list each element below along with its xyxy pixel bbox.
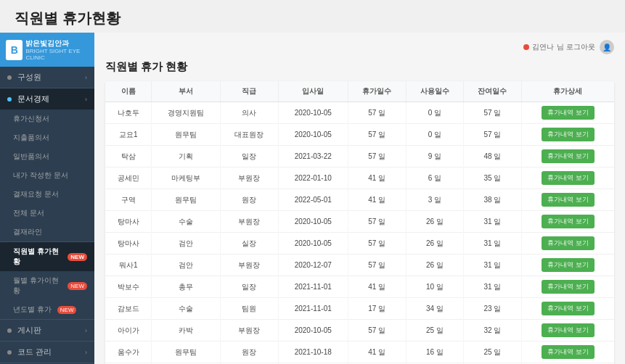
sidebar-sub-myDocs[interactable]: 내가 작성한 문서 bbox=[0, 166, 94, 185]
table-cell: 6 일 bbox=[406, 167, 464, 189]
table-cell: 57 일 bbox=[348, 102, 406, 124]
table-row: 박보수총무일장2021-11-0141 일10 일31 일휴가내역 보기 bbox=[105, 276, 614, 298]
table-cell: 나호두 bbox=[105, 102, 152, 124]
col-join-date: 입사일 bbox=[278, 81, 348, 102]
sidebar-sub-allDocs[interactable]: 전체 문서 bbox=[0, 204, 94, 223]
detail-button[interactable]: 휴가내역 보기 bbox=[542, 345, 595, 359]
table-cell: 휴가내역 보기 bbox=[521, 124, 614, 146]
table-cell: 41 일 bbox=[348, 189, 406, 211]
table-cell: 휴가내역 보기 bbox=[521, 189, 614, 211]
table-cell: 아이가 bbox=[105, 320, 152, 342]
user-status-dot bbox=[523, 44, 529, 50]
table-cell: 휴가내역 보기 bbox=[521, 146, 614, 167]
sidebar-item-employee-vacation[interactable]: 직원별 휴가현황 NEW bbox=[0, 242, 94, 271]
table-cell: 0 일 bbox=[406, 124, 464, 146]
sidebar-sub-approvalLine[interactable]: 결재라인 bbox=[0, 223, 94, 241]
table-cell: 기획 bbox=[152, 146, 221, 167]
detail-button[interactable]: 휴가내역 보기 bbox=[542, 323, 595, 337]
sidebar-item-code[interactable]: 코드 관리 › bbox=[0, 342, 94, 363]
user-avatar[interactable]: 👤 bbox=[600, 40, 614, 54]
table-cell: 26 일 bbox=[406, 233, 464, 255]
table-cell: 2020-12-07 bbox=[278, 255, 348, 276]
table-row: 탕마사수술부원장2020-10-0557 일26 일31 일휴가내역 보기 bbox=[105, 211, 614, 233]
col-total-days: 휴가일수 bbox=[348, 81, 406, 102]
table-cell: 2021-10-18 bbox=[278, 342, 348, 363]
sidebar-item-monthly-vacation[interactable]: 월별 휴가이현황 NEW bbox=[0, 271, 94, 300]
code-icon bbox=[7, 350, 12, 355]
sidebar-item-yearly-vacation[interactable]: 년도별 휴가 NEW bbox=[0, 300, 94, 319]
table-cell: 원무팀 bbox=[152, 342, 221, 363]
table-cell: 움수가 bbox=[105, 342, 152, 363]
table-cell: 팀원 bbox=[220, 298, 278, 320]
table-cell: 뭐사1 bbox=[105, 255, 152, 276]
table-row: 탁삼기획일장2021-03-2257 일9 일48 일휴가내역 보기 bbox=[105, 146, 614, 167]
page-wrapper: 직원별 휴가현황 B 밝은빛김안과 BRIGHT SIGHT EYE CLINI… bbox=[0, 0, 625, 364]
detail-button[interactable]: 휴가내역 보기 bbox=[542, 171, 595, 185]
table-header-row: 이름 부서 직급 입사일 휴가일수 사용일수 잔여일수 휴가상세 bbox=[105, 81, 614, 102]
table-cell: 57 일 bbox=[348, 320, 406, 342]
table-cell: 0 일 bbox=[406, 102, 464, 124]
table-cell: 41 일 bbox=[348, 342, 406, 363]
detail-button[interactable]: 휴가내역 보기 bbox=[542, 215, 595, 228]
table-cell: 감보드 bbox=[105, 298, 152, 320]
table-cell: 57 일 bbox=[348, 255, 406, 276]
sidebar-sub-pendingDocs[interactable]: 결재요청 문서 bbox=[0, 185, 94, 204]
table-cell: 실장 bbox=[220, 233, 278, 255]
user-name: 김연나 bbox=[532, 42, 554, 52]
table-cell: 25 일 bbox=[406, 320, 464, 342]
employee-vacation-badge: NEW bbox=[68, 253, 87, 261]
sidebar-sub-general[interactable]: 일반품의서 bbox=[0, 147, 94, 166]
page-title: 직원별 휴가현황 bbox=[15, 9, 610, 28]
sidebar-item-docs[interactable]: 문서경제 › bbox=[0, 88, 94, 109]
yearly-vacation-badge: NEW bbox=[57, 306, 77, 314]
table-cell: 부원장 bbox=[220, 255, 278, 276]
table-cell: 탁삼 bbox=[105, 146, 152, 167]
detail-button[interactable]: 휴가내역 보기 bbox=[542, 193, 595, 207]
table-cell: 2022-01-10 bbox=[278, 167, 348, 189]
yearly-vacation-label: 년도별 휴가 bbox=[13, 305, 52, 315]
detail-button[interactable]: 휴가내역 보기 bbox=[542, 106, 595, 120]
table-cell: 57 일 bbox=[464, 102, 522, 124]
table-cell: 부원장 bbox=[220, 167, 278, 189]
monthly-vacation-label: 월별 휴가이현황 bbox=[13, 276, 62, 296]
code-label: 코드 관리 bbox=[17, 347, 52, 357]
detail-button[interactable]: 휴가내역 보기 bbox=[542, 280, 595, 294]
table-cell: 일장 bbox=[220, 276, 278, 298]
table-cell: 휴가내역 보기 bbox=[521, 167, 614, 189]
sidebar-member-label: 구성원 bbox=[17, 72, 41, 83]
table-cell: 수술 bbox=[152, 298, 221, 320]
table-cell: 2021-11-01 bbox=[278, 276, 348, 298]
main-layout: B 밝은빛김안과 BRIGHT SIGHT EYE CLINIC 구성원 › bbox=[0, 33, 625, 364]
sidebar-logo: B 밝은빛김안과 BRIGHT SIGHT EYE CLINIC bbox=[0, 33, 94, 67]
pendingDocs-label: 결재요청 문서 bbox=[13, 189, 59, 199]
table-cell: 휴가내역 보기 bbox=[521, 211, 614, 233]
docs-arrow: › bbox=[85, 96, 87, 103]
sidebar-item-member[interactable]: 구성원 › bbox=[0, 67, 94, 88]
sidebar-item-board[interactable]: 게시판 › bbox=[0, 320, 94, 341]
table-cell: 57 일 bbox=[348, 211, 406, 233]
member-arrow: › bbox=[85, 74, 87, 81]
sidebar-sub-expense[interactable]: 지출품의서 bbox=[0, 128, 94, 147]
board-label: 게시판 bbox=[17, 325, 41, 336]
table-cell: 2020-10-05 bbox=[278, 102, 348, 124]
monthly-vacation-badge: NEW bbox=[68, 282, 87, 290]
allDocs-label: 전체 문서 bbox=[13, 208, 44, 218]
logo-sub: BRIGHT SIGHT EYE CLINIC bbox=[25, 48, 89, 61]
expense-label: 지출품의서 bbox=[13, 133, 49, 143]
table-cell: 경영지원팀 bbox=[152, 102, 221, 124]
sidebar-section-member: 구성원 › bbox=[0, 67, 94, 88]
table-cell: 31 일 bbox=[464, 255, 522, 276]
detail-button[interactable]: 휴가내역 보기 bbox=[542, 258, 595, 272]
detail-button[interactable]: 휴가내역 보기 bbox=[542, 149, 595, 163]
table-cell: 9 일 bbox=[406, 146, 464, 167]
detail-button[interactable]: 휴가내역 보기 bbox=[542, 236, 595, 250]
table-cell: 23 일 bbox=[464, 298, 522, 320]
sidebar-sub-vacation[interactable]: 휴가신청서 bbox=[0, 109, 94, 128]
col-dept: 부서 bbox=[152, 81, 221, 102]
detail-button[interactable]: 휴가내역 보기 bbox=[542, 128, 595, 141]
table-cell: 대표원장 bbox=[220, 124, 278, 146]
table-cell: 검안 bbox=[152, 255, 221, 276]
detail-button[interactable]: 휴가내역 보기 bbox=[542, 302, 595, 315]
col-detail: 휴가상세 bbox=[521, 81, 614, 102]
table-cell: 공세민 bbox=[105, 167, 152, 189]
